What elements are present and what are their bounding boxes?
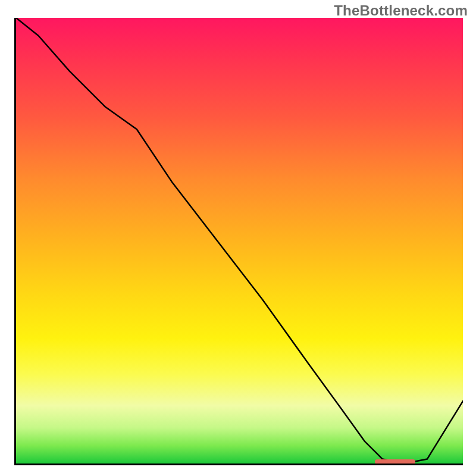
optimal-range-marker xyxy=(375,459,415,464)
watermark-text: TheBottleneck.com xyxy=(334,2,468,19)
chart-frame: TheBottleneck.com xyxy=(0,0,476,476)
plot-area xyxy=(14,18,463,465)
bottleneck-curve xyxy=(16,18,463,464)
